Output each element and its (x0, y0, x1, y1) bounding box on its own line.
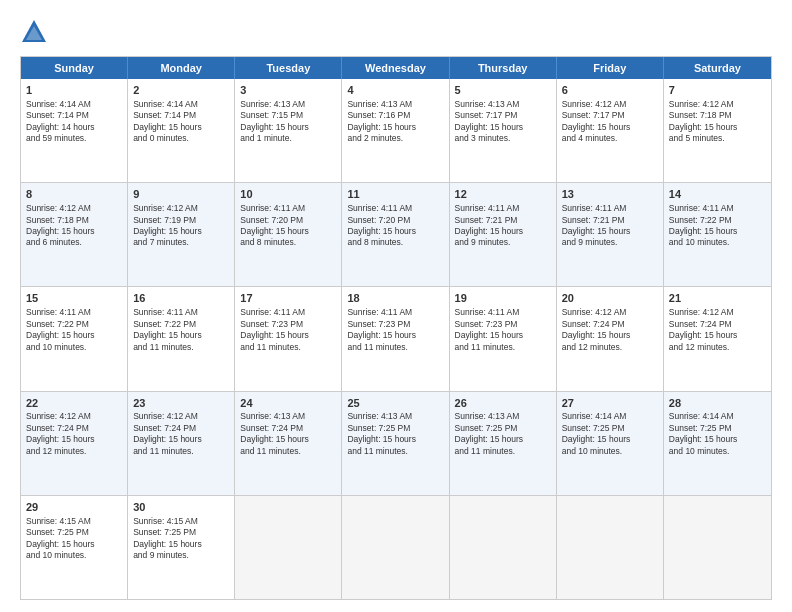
cell-info-line: Sunset: 7:17 PM (562, 110, 658, 121)
header-day-wednesday: Wednesday (342, 57, 449, 79)
day-cell-1: 1Sunrise: 4:14 AMSunset: 7:14 PMDaylight… (21, 79, 128, 182)
cell-info-line: Sunrise: 4:14 AM (669, 411, 766, 422)
cell-info-line: Sunset: 7:24 PM (240, 423, 336, 434)
day-cell-20: 20Sunrise: 4:12 AMSunset: 7:24 PMDayligh… (557, 287, 664, 390)
cell-info-line: Daylight: 15 hours (347, 122, 443, 133)
cell-info-line: and 9 minutes. (562, 237, 658, 248)
cell-info-line: Sunset: 7:23 PM (240, 319, 336, 330)
header-day-thursday: Thursday (450, 57, 557, 79)
cell-info-line: Sunrise: 4:12 AM (562, 99, 658, 110)
cell-info-line: Daylight: 15 hours (240, 330, 336, 341)
day-number: 16 (133, 291, 229, 306)
cell-info-line: Daylight: 15 hours (669, 122, 766, 133)
day-cell-4: 4Sunrise: 4:13 AMSunset: 7:16 PMDaylight… (342, 79, 449, 182)
cell-info-line: Sunset: 7:20 PM (347, 215, 443, 226)
cell-info-line: Daylight: 15 hours (26, 330, 122, 341)
cell-info-line: Daylight: 15 hours (562, 330, 658, 341)
day-cell-28: 28Sunrise: 4:14 AMSunset: 7:25 PMDayligh… (664, 392, 771, 495)
day-number: 11 (347, 187, 443, 202)
calendar: SundayMondayTuesdayWednesdayThursdayFrid… (20, 56, 772, 600)
cell-info-line: Daylight: 15 hours (240, 122, 336, 133)
cell-info-line: Daylight: 15 hours (240, 434, 336, 445)
cell-info-line: and 11 minutes. (455, 342, 551, 353)
cell-info-line: and 10 minutes. (669, 446, 766, 457)
day-number: 23 (133, 396, 229, 411)
header-day-saturday: Saturday (664, 57, 771, 79)
day-cell-8: 8Sunrise: 4:12 AMSunset: 7:18 PMDaylight… (21, 183, 128, 286)
cell-info-line: Daylight: 15 hours (455, 226, 551, 237)
cell-info-line: and 9 minutes. (455, 237, 551, 248)
cell-info-line: Sunrise: 4:14 AM (562, 411, 658, 422)
day-number: 15 (26, 291, 122, 306)
cell-info-line: Sunrise: 4:11 AM (562, 203, 658, 214)
day-number: 4 (347, 83, 443, 98)
day-cell-18: 18Sunrise: 4:11 AMSunset: 7:23 PMDayligh… (342, 287, 449, 390)
day-cell-6: 6Sunrise: 4:12 AMSunset: 7:17 PMDaylight… (557, 79, 664, 182)
day-number: 20 (562, 291, 658, 306)
day-cell-21: 21Sunrise: 4:12 AMSunset: 7:24 PMDayligh… (664, 287, 771, 390)
header (20, 18, 772, 46)
day-cell-14: 14Sunrise: 4:11 AMSunset: 7:22 PMDayligh… (664, 183, 771, 286)
day-number: 7 (669, 83, 766, 98)
cell-info-line: Daylight: 15 hours (455, 122, 551, 133)
cell-info-line: and 0 minutes. (133, 133, 229, 144)
cell-info-line: Daylight: 15 hours (133, 539, 229, 550)
day-cell-24: 24Sunrise: 4:13 AMSunset: 7:24 PMDayligh… (235, 392, 342, 495)
day-cell-10: 10Sunrise: 4:11 AMSunset: 7:20 PMDayligh… (235, 183, 342, 286)
cell-info-line: Sunset: 7:24 PM (562, 319, 658, 330)
cell-info-line: Daylight: 15 hours (669, 226, 766, 237)
cell-info-line: and 11 minutes. (133, 446, 229, 457)
calendar-row-3: 15Sunrise: 4:11 AMSunset: 7:22 PMDayligh… (21, 287, 771, 391)
cell-info-line: Sunset: 7:25 PM (26, 527, 122, 538)
day-number: 27 (562, 396, 658, 411)
header-day-monday: Monday (128, 57, 235, 79)
day-cell-19: 19Sunrise: 4:11 AMSunset: 7:23 PMDayligh… (450, 287, 557, 390)
day-number: 13 (562, 187, 658, 202)
cell-info-line: and 59 minutes. (26, 133, 122, 144)
cell-info-line: Sunrise: 4:11 AM (455, 307, 551, 318)
logo (20, 18, 52, 46)
cell-info-line: and 6 minutes. (26, 237, 122, 248)
day-number: 19 (455, 291, 551, 306)
cell-info-line: Sunrise: 4:12 AM (133, 411, 229, 422)
day-number: 5 (455, 83, 551, 98)
day-cell-29: 29Sunrise: 4:15 AMSunset: 7:25 PMDayligh… (21, 496, 128, 599)
cell-info-line: and 10 minutes. (669, 237, 766, 248)
cell-info-line: Daylight: 15 hours (562, 122, 658, 133)
cell-info-line: Sunrise: 4:13 AM (240, 411, 336, 422)
day-cell-27: 27Sunrise: 4:14 AMSunset: 7:25 PMDayligh… (557, 392, 664, 495)
day-number: 8 (26, 187, 122, 202)
cell-info-line: and 11 minutes. (240, 342, 336, 353)
cell-info-line: Sunset: 7:22 PM (133, 319, 229, 330)
cell-info-line: and 11 minutes. (133, 342, 229, 353)
cell-info-line: Sunset: 7:24 PM (26, 423, 122, 434)
cell-info-line: and 3 minutes. (455, 133, 551, 144)
cell-info-line: and 8 minutes. (240, 237, 336, 248)
day-cell-2: 2Sunrise: 4:14 AMSunset: 7:14 PMDaylight… (128, 79, 235, 182)
cell-info-line: Sunset: 7:18 PM (669, 110, 766, 121)
page: SundayMondayTuesdayWednesdayThursdayFrid… (0, 0, 792, 612)
cell-info-line: Daylight: 15 hours (669, 330, 766, 341)
calendar-row-4: 22Sunrise: 4:12 AMSunset: 7:24 PMDayligh… (21, 392, 771, 496)
cell-info-line: Sunrise: 4:11 AM (240, 307, 336, 318)
cell-info-line: Sunrise: 4:12 AM (133, 203, 229, 214)
cell-info-line: Daylight: 15 hours (26, 539, 122, 550)
cell-info-line: and 12 minutes. (562, 342, 658, 353)
day-cell-26: 26Sunrise: 4:13 AMSunset: 7:25 PMDayligh… (450, 392, 557, 495)
day-number: 12 (455, 187, 551, 202)
cell-info-line: and 11 minutes. (347, 446, 443, 457)
cell-info-line: Sunset: 7:21 PM (455, 215, 551, 226)
calendar-row-1: 1Sunrise: 4:14 AMSunset: 7:14 PMDaylight… (21, 79, 771, 183)
cell-info-line: Daylight: 15 hours (455, 330, 551, 341)
day-cell-12: 12Sunrise: 4:11 AMSunset: 7:21 PMDayligh… (450, 183, 557, 286)
cell-info-line: Sunset: 7:15 PM (240, 110, 336, 121)
cell-info-line: Sunrise: 4:11 AM (455, 203, 551, 214)
cell-info-line: Sunrise: 4:11 AM (347, 203, 443, 214)
day-number: 24 (240, 396, 336, 411)
empty-cell (664, 496, 771, 599)
cell-info-line: Sunrise: 4:11 AM (347, 307, 443, 318)
cell-info-line: and 12 minutes. (669, 342, 766, 353)
cell-info-line: Sunrise: 4:13 AM (455, 411, 551, 422)
day-cell-7: 7Sunrise: 4:12 AMSunset: 7:18 PMDaylight… (664, 79, 771, 182)
cell-info-line: and 11 minutes. (455, 446, 551, 457)
